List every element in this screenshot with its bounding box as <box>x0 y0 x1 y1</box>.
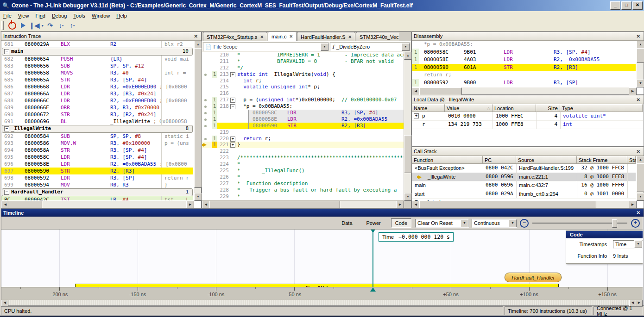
stack-hscrollbar[interactable]: ◀ ▶ <box>412 201 637 208</box>
collapse-icon[interactable]: − <box>4 190 9 195</box>
scroll-left-icon[interactable]: ◀ <box>202 201 210 209</box>
trace-row[interactable]: 6940800058ASTRR3, [SP, #4] <box>1 147 193 154</box>
trace-row[interactable]: 69108000696BL_IllegalWrite ; 0x0800058 <box>1 118 193 125</box>
code-area[interactable]: 210* IMPREISERR = 1 - Imprecise data acc… <box>202 52 404 200</box>
call-stack-row[interactable]: start0800 029Athumb_crt0.s:2940 @ 1001 0… <box>412 190 636 199</box>
slider-handle[interactable] <box>612 219 617 228</box>
trace-group-header[interactable]: −main10 <box>2 48 193 56</box>
instruction-trace-titlebar[interactable]: Instruction Trace ✕ <box>1 32 201 41</box>
timeline-titlebar[interactable]: Timeline ✕ <box>1 209 644 217</box>
trace-row[interactable]: 68608000668LDRR3, =0xE000ED00 ; [0x0800 <box>1 83 193 90</box>
menu-find[interactable]: Find <box>32 12 48 19</box>
function-dropdown[interactable]: f _DivideByZero ▼ <box>330 43 410 51</box>
source-line[interactable]: 226* <box>202 174 404 180</box>
inline-disasm-row[interactable]: 10800058CLDRR3, [SP, #4] <box>202 110 404 116</box>
source-line[interactable]: 1217+ p = (unsigned int*)0x00100000; // … <box>202 97 404 103</box>
step-into-icon[interactable]: ↓● <box>56 21 67 30</box>
timestamps-dropdown[interactable]: Time▼ <box>613 240 643 249</box>
trace-row[interactable]: 69908000594MOVR0, R3} <box>1 181 193 188</box>
chevron-down-icon[interactable]: ▼ <box>402 43 410 51</box>
trace-vscrollbar[interactable]: ▲ ▼ <box>194 41 201 201</box>
local-data-titlebar[interactable]: Local Data @ _IllegalWrite ✕ <box>412 95 644 104</box>
inline-disasm-row[interactable]: 108000590STRR2, [R3] <box>202 123 404 129</box>
source-line[interactable]: 216 <box>202 90 404 97</box>
scroll-up-icon[interactable]: ▲ <box>637 41 644 49</box>
minus-circle-icon[interactable]: − <box>520 219 529 228</box>
call-stack-titlebar[interactable]: Call Stack ✕ <box>412 147 644 156</box>
disasm-row[interactable]: 10800058C9B01LDRR3, [SP, #4] <box>412 49 636 56</box>
source-line[interactable]: 1213+static int _IllegalWrite(void) { <box>202 71 404 78</box>
tab-stm32f4xx-startup-s[interactable]: STM32F4xx_Startup.s✕ <box>203 32 267 41</box>
scroll-right-icon[interactable]: ▶ <box>186 201 194 209</box>
menu-file[interactable]: File <box>0 12 15 19</box>
trace-row[interactable]: 6880800066CLDRR2, =0xE000ED00 ; [0x0800 <box>1 97 193 104</box>
column-header-pc[interactable]: PC <box>483 156 516 164</box>
source-line[interactable]: 223/************************************… <box>202 155 404 161</box>
close-icon[interactable]: ✕ <box>635 210 642 215</box>
disasm-source-row[interactable]: *p = 0x00BADA55; <box>412 41 636 49</box>
source-line[interactable]: 215 volatile unsigned int* p; <box>202 84 404 90</box>
tab-close-icon[interactable]: ✕ <box>348 35 352 39</box>
menu-window[interactable]: Window <box>88 12 113 19</box>
local-data-row[interactable]: +p0010 00001000 FFEC4volatile uint* <box>412 112 643 121</box>
scroll-right-icon[interactable]: ▶ <box>629 201 637 209</box>
cursor-bottom-marker[interactable] <box>370 287 376 292</box>
source-line[interactable]: 222 <box>202 148 404 155</box>
scroll-down-icon[interactable]: ▼ <box>194 193 202 201</box>
collapse-icon[interactable]: − <box>4 126 9 131</box>
close-icon[interactable]: ✕ <box>635 34 642 39</box>
scroll-left-icon[interactable]: ◀ <box>1 300 8 306</box>
column-header-value[interactable]: Value△ <box>445 104 492 112</box>
call-stack-row[interactable]: _IllegalWrite0800 0596main.c:221:18 @ 10… <box>412 173 636 182</box>
hardfault-handler-badge[interactable]: HardFault_Handler <box>505 273 562 282</box>
scroll-thumb[interactable] <box>419 201 596 209</box>
call-stack-row[interactable]: <BusFault Exception>0800 042CHardFaultHa… <box>412 164 636 173</box>
trace-row[interactable]: PC0800042CTSTLR, #4tst L <box>1 196 193 200</box>
menu-view[interactable]: View <box>15 12 32 19</box>
scroll-thumb[interactable] <box>419 87 462 95</box>
disasm-row[interactable]: 108000590601ASTRR2, [R3] <box>412 64 636 72</box>
source-line[interactable]: 1220+ return r; <box>202 136 404 142</box>
zoom-slider[interactable] <box>532 219 627 227</box>
source-line[interactable]: 214 int r; <box>202 78 404 84</box>
trace-row[interactable]: 69308000586MOV.WR3, #0x100000p = (uns <box>1 140 193 147</box>
call-stack-row[interactable]: main0800 0696main.c:432:716 @ 1000 FFF0 <box>412 181 636 190</box>
source-line[interactable]: 210* IMPREISERR = 1 - Imprecise data acc… <box>202 52 404 58</box>
trace-row[interactable]: 68408000658MOVSR3, #0int r = <box>1 69 193 76</box>
toolbar-handle[interactable] <box>1 21 4 30</box>
trace-group-header[interactable]: −_IllegalWrite8 <box>2 125 193 133</box>
inline-disasm-row[interactable]: 10800058ELDRR2, =0x00BADA55 <box>202 116 404 123</box>
scroll-thumb[interactable] <box>9 201 42 209</box>
tab-close-icon[interactable]: ✕ <box>260 35 264 39</box>
reset-dropdown-icon[interactable]: ▼ <box>41 24 44 27</box>
trace-row[interactable]: 6950800058CLDRR3, [SP, #4] <box>1 154 193 161</box>
trace-row[interactable]: 68308000656SUBSP, SP, #12 <box>1 62 193 69</box>
tab-main-c[interactable]: main.c✕ <box>268 31 297 41</box>
chevron-down-icon[interactable]: ▼ <box>321 43 328 51</box>
trace-row[interactable]: 69808000592LDRR3, [SP]return r <box>1 174 193 181</box>
timeline-button-data[interactable]: Data <box>338 219 356 227</box>
disasm-row[interactable]: 1080005929B00LDRR3, [SP] <box>412 79 636 87</box>
column-header-stack-frame[interactable]: Stack Frame <box>577 156 627 164</box>
reset-icon[interactable]: ❙◀▼ <box>29 21 44 30</box>
editor-vscrollbar[interactable]: ▲ ▼ <box>404 52 411 201</box>
tab-hardfaulthandler-s[interactable]: HardFaultHandler.S✕ <box>297 32 355 41</box>
trace-hscrollbar[interactable]: ◀ ▶ <box>1 201 194 208</box>
source-line[interactable]: 1221+} <box>202 142 404 148</box>
disasm-row[interactable]: 10800058E4A03LDRR2, =0x00BADA55 <box>412 56 636 64</box>
menu-tools[interactable]: Tools <box>70 12 88 19</box>
scroll-up-icon[interactable]: ▲ <box>404 52 412 60</box>
timeline-plot[interactable]: _IllegalWritemainstartHardFault_HandlerT… <box>1 230 643 287</box>
trace-row[interactable]: 69208000584SUBSP, SP, #8static i <box>1 133 193 140</box>
step-over-icon[interactable]: ↷ <box>44 21 56 30</box>
column-header-source[interactable]: Source <box>516 156 577 164</box>
tab-stm32f40x-vec[interactable]: STM32F40x_Vec <box>356 32 399 41</box>
column-header-name[interactable]: Name <box>412 104 445 112</box>
scroll-thumb[interactable] <box>637 163 644 192</box>
play-icon[interactable] <box>18 21 29 30</box>
timeline-dropdown-mode[interactable]: Continuous▼ <box>472 219 517 228</box>
close-icon[interactable]: ✕ <box>635 97 642 102</box>
power-icon[interactable] <box>6 21 18 30</box>
scroll-down-icon[interactable]: ▼ <box>404 193 412 201</box>
file-scope-dropdown[interactable]: 📄 File Scope ▼ <box>203 43 329 51</box>
